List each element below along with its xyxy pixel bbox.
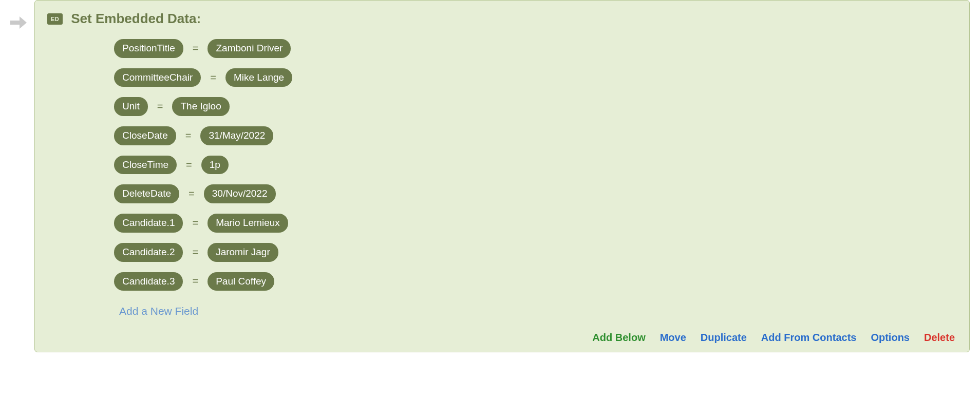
field-key[interactable]: CloseTime	[114, 156, 177, 175]
field-value[interactable]: Paul Coffey	[208, 272, 274, 291]
field-row: Candidate.3 = Paul Coffey	[114, 272, 957, 291]
ed-badge-icon: ED	[47, 13, 63, 25]
field-value[interactable]: 31/May/2022	[200, 126, 273, 145]
field-key[interactable]: CommitteeChair	[114, 68, 201, 87]
field-value[interactable]: Mario Lemieux	[208, 214, 288, 233]
field-row: Candidate.1 = Mario Lemieux	[114, 214, 957, 233]
flow-arrow-icon	[10, 15, 27, 30]
field-row: PositionTitle = Zamboni Driver	[114, 39, 957, 58]
field-row: Candidate.2 = Jaromir Jagr	[114, 243, 957, 262]
equals-sign: =	[192, 217, 198, 229]
move-button[interactable]: Move	[660, 332, 686, 344]
equals-sign: =	[185, 130, 192, 142]
field-value[interactable]: 1p	[201, 156, 229, 175]
field-value[interactable]: Jaromir Jagr	[208, 243, 278, 262]
field-key[interactable]: CloseDate	[114, 126, 176, 145]
field-key[interactable]: Candidate.3	[114, 272, 183, 291]
field-row: CloseDate = 31/May/2022	[114, 126, 957, 145]
footer-actions: Add Below Move Duplicate Add From Contac…	[47, 332, 957, 344]
add-from-contacts-button[interactable]: Add From Contacts	[761, 332, 857, 344]
equals-sign: =	[189, 188, 195, 200]
field-row: CloseTime = 1p	[114, 156, 957, 175]
add-new-field-link[interactable]: Add a New Field	[114, 305, 957, 317]
fields-container: PositionTitle = Zamboni Driver Committee…	[47, 39, 957, 317]
field-value[interactable]: Zamboni Driver	[208, 39, 291, 58]
equals-sign: =	[210, 72, 216, 84]
field-row: CommitteeChair = Mike Lange	[114, 68, 957, 87]
block-header: ED Set Embedded Data:	[47, 11, 957, 27]
add-below-button[interactable]: Add Below	[592, 332, 645, 344]
equals-sign: =	[193, 43, 199, 54]
delete-button[interactable]: Delete	[924, 332, 955, 344]
embedded-data-block: ED Set Embedded Data: PositionTitle = Za…	[34, 0, 970, 352]
field-key[interactable]: Unit	[114, 97, 148, 116]
duplicate-button[interactable]: Duplicate	[701, 332, 747, 344]
field-key[interactable]: Candidate.1	[114, 214, 183, 233]
block-title: Set Embedded Data:	[71, 11, 201, 27]
equals-sign: =	[157, 101, 163, 112]
field-value[interactable]: The Igloo	[172, 97, 229, 116]
field-value[interactable]: 30/Nov/2022	[204, 184, 276, 203]
field-row: DeleteDate = 30/Nov/2022	[114, 184, 957, 203]
field-key[interactable]: DeleteDate	[114, 184, 179, 203]
field-value[interactable]: Mike Lange	[225, 68, 292, 87]
equals-sign: =	[186, 159, 192, 171]
field-key[interactable]: PositionTitle	[114, 39, 183, 58]
field-key[interactable]: Candidate.2	[114, 243, 183, 262]
options-button[interactable]: Options	[871, 332, 910, 344]
equals-sign: =	[192, 275, 198, 287]
field-row: Unit = The Igloo	[114, 97, 957, 116]
equals-sign: =	[192, 247, 198, 258]
